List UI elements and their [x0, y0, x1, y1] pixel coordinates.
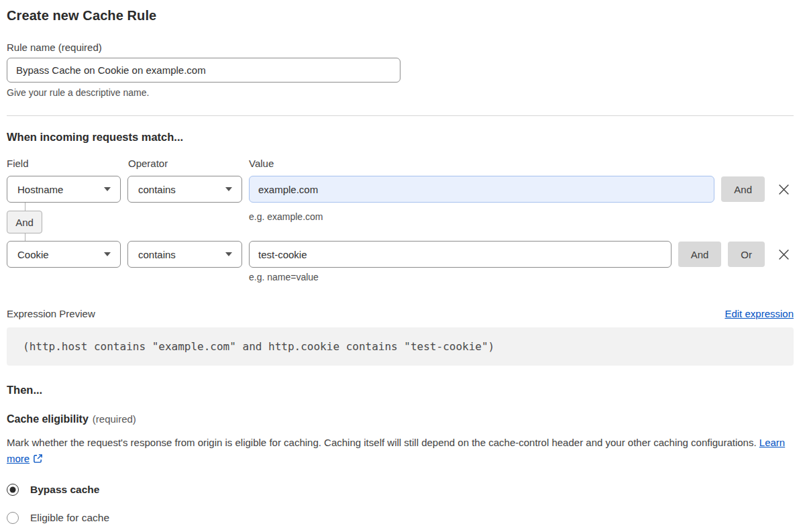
value-column-label: Value: [249, 158, 274, 169]
cache-eligibility-title: Cache eligibility: [7, 413, 89, 425]
expression-preview-label: Expression Preview: [7, 308, 95, 319]
radio-option-bypass-cache[interactable]: Bypass cache: [7, 484, 794, 496]
field-select-value: Cookie: [17, 249, 49, 260]
field-column-label: Field: [7, 158, 29, 169]
radio-label: Bypass cache: [30, 484, 99, 496]
rule-name-label: Rule name (required): [7, 42, 794, 53]
operator-select-value: contains: [138, 249, 176, 260]
operator-column-label: Operator: [128, 158, 168, 169]
value-input[interactable]: [249, 241, 672, 268]
operator-select[interactable]: contains: [127, 176, 242, 203]
expression-code: (http.host contains "example.com" and ht…: [7, 327, 794, 366]
radio-selected-icon[interactable]: [7, 484, 19, 496]
field-select[interactable]: Cookie: [7, 241, 121, 268]
cache-eligibility-description: Mark whether the request's response from…: [7, 435, 794, 468]
rule-name-input[interactable]: [7, 58, 400, 83]
operator-select[interactable]: contains: [127, 241, 242, 268]
expression-header: Expression Preview Edit expression: [7, 308, 794, 319]
condition-row: Hostname contains And: [7, 176, 794, 203]
radio-option-eligible-for-cache[interactable]: Eligible for cache: [7, 512, 794, 524]
value-input[interactable]: [249, 176, 714, 203]
description-text: Mark whether the request's response from…: [7, 437, 757, 448]
remove-condition-button[interactable]: [773, 179, 794, 199]
chevron-down-icon: [104, 187, 111, 191]
radio-unselected-icon[interactable]: [7, 512, 19, 524]
chevron-down-icon: [225, 187, 232, 191]
close-icon: [777, 248, 790, 261]
required-tag: (required): [93, 413, 136, 425]
section-divider: [7, 115, 794, 116]
condition-column-labels: Field Operator Value: [7, 158, 794, 170]
page-title: Create new Cache Rule: [7, 8, 794, 23]
rule-name-helper: Give your rule a descriptive name.: [7, 87, 794, 98]
condition-row: Cookie contains And Or: [7, 241, 794, 268]
chevron-down-icon: [225, 252, 232, 256]
or-button[interactable]: Or: [728, 242, 765, 267]
and-button[interactable]: And: [721, 176, 765, 202]
then-heading: Then...: [7, 384, 794, 396]
remove-condition-button[interactable]: [773, 244, 794, 264]
value-helper: e.g. example.com: [249, 211, 323, 222]
match-heading: When incoming requests match...: [7, 131, 794, 144]
external-link-icon: [33, 452, 43, 468]
cache-eligibility-heading: Cache eligibility(required): [7, 413, 794, 425]
chevron-down-icon: [104, 252, 111, 256]
edit-expression-link[interactable]: Edit expression: [724, 308, 794, 319]
condition-gap: e.g. example.com And: [7, 203, 794, 241]
value-helper: e.g. name=value: [249, 272, 794, 282]
create-cache-rule-form: Create new Cache Rule Rule name (require…: [0, 0, 805, 524]
connector-and-button[interactable]: And: [7, 211, 42, 233]
and-button[interactable]: And: [678, 242, 722, 267]
field-select[interactable]: Hostname: [7, 176, 121, 203]
field-select-value: Hostname: [17, 184, 63, 195]
operator-select-value: contains: [138, 184, 176, 195]
radio-label: Eligible for cache: [30, 512, 109, 524]
close-icon: [777, 183, 790, 196]
